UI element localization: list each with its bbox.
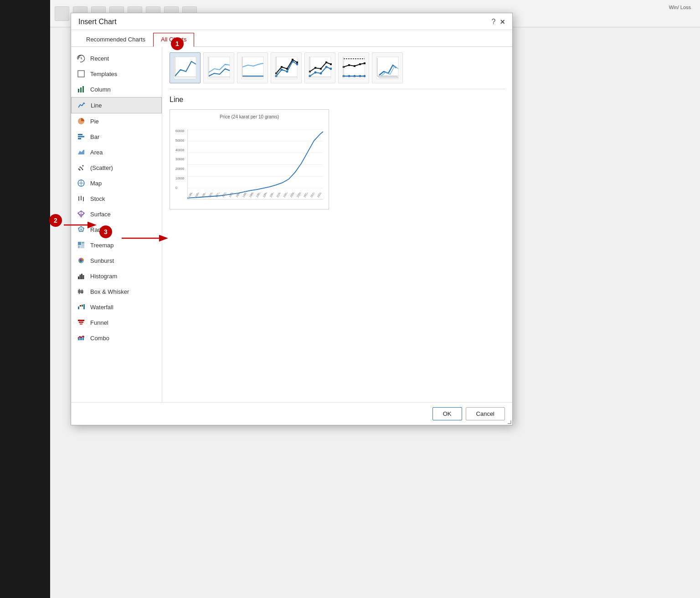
close-button[interactable]: × — [500, 18, 505, 26]
svg-rect-54 — [78, 307, 79, 309]
step-badge-2: 2 — [49, 214, 62, 227]
subtype-stacked-line[interactable] — [203, 52, 234, 83]
svg-rect-38 — [78, 242, 81, 245]
subtype-100-stacked-line[interactable] — [237, 52, 268, 83]
svg-text:1964: 1964 — [195, 193, 200, 198]
svg-marker-9 — [78, 150, 84, 154]
sidebar-label-templates: Templates — [90, 71, 117, 77]
svg-rect-94 — [314, 67, 316, 69]
sidebar-label-recent: Recent — [90, 55, 109, 62]
svg-rect-81 — [281, 66, 283, 68]
svg-point-90 — [320, 72, 322, 75]
svg-rect-47 — [83, 275, 84, 279]
sidebar-item-templates[interactable]: Templates — [71, 66, 162, 82]
insert-chart-dialog: Insert Chart ? × Recommended Charts All … — [71, 13, 513, 425]
svg-point-91 — [325, 66, 328, 68]
svg-text:1991: 1991 — [256, 193, 261, 198]
y-axis-labels: 60000 50000 40000 30000 20000 10000 0 — [175, 129, 184, 189]
svg-rect-8 — [78, 138, 81, 139]
column-icon — [77, 85, 86, 94]
sidebar-label-surface: Surface — [90, 211, 111, 218]
svg-text:1976: 1976 — [221, 193, 227, 198]
sidebar-label-area: Area — [90, 149, 103, 156]
sidebar-item-waterfall[interactable]: Waterfall — [71, 299, 162, 315]
sidebar-item-map[interactable]: Map — [71, 175, 162, 191]
sidebar-item-recent[interactable]: Recent — [71, 51, 162, 66]
svg-rect-114 — [376, 57, 398, 79]
chart-main-area: Line Price (24 karat per 10 grams) 60000… — [162, 47, 512, 402]
y-label-6: 60000 — [175, 129, 184, 133]
svg-point-76 — [281, 69, 283, 71]
sidebar-item-sunburst[interactable]: Sunburst — [71, 253, 162, 268]
ok-button[interactable]: OK — [432, 407, 462, 420]
win-loss-label: Win/ Loss — [669, 5, 691, 10]
sidebar-item-scatter[interactable]: (Scatter) — [71, 160, 162, 175]
sidebar-item-pie[interactable]: Pie — [71, 113, 162, 129]
svg-text:2021: 2021 — [323, 193, 323, 198]
svg-rect-95 — [320, 68, 322, 70]
chart-preview-title: Price (24 karat per 10 grams) — [175, 114, 324, 119]
arrow-3 — [115, 234, 174, 243]
resize-handle[interactable] — [507, 419, 512, 425]
svg-text:1973: 1973 — [215, 193, 220, 198]
subtype-stacked-line-markers[interactable] — [304, 52, 335, 83]
chart-preview-container: Price (24 karat per 10 grams) 60000 5000… — [170, 109, 329, 210]
svg-rect-7 — [78, 136, 84, 138]
pie-icon — [77, 117, 86, 126]
scatter-icon — [77, 163, 86, 172]
sidebar-item-funnel[interactable]: Funnel — [71, 315, 162, 330]
tab-recommended[interactable]: Recommended Charts — [78, 33, 153, 47]
svg-marker-115 — [377, 76, 398, 78]
y-label-0: 0 — [175, 186, 184, 189]
dialog-tabs: Recommended Charts All Charts — [71, 30, 512, 47]
svg-rect-111 — [364, 62, 365, 64]
svg-point-89 — [314, 72, 317, 74]
dialog-titlebar: Insert Chart ? × — [71, 13, 512, 30]
svg-rect-58 — [78, 320, 84, 321]
sidebar-label-pie: Pie — [90, 118, 99, 125]
sidebar-item-area[interactable]: Area — [71, 144, 162, 160]
svg-rect-82 — [286, 68, 288, 70]
sidebar-label-bar: Bar — [90, 133, 99, 140]
subtype-line[interactable] — [170, 52, 201, 83]
sidebar-item-histogram[interactable]: Histogram — [71, 268, 162, 284]
cancel-button[interactable]: Cancel — [466, 407, 505, 420]
sidebar-label-histogram: Histogram — [90, 273, 117, 280]
sidebar-item-column[interactable]: Column — [71, 82, 162, 97]
subtype-3d-line[interactable] — [372, 52, 403, 83]
dialog-footer: OK Cancel — [71, 402, 512, 425]
svg-text:1997: 1997 — [269, 193, 275, 198]
subtype-line-markers[interactable] — [271, 52, 302, 83]
sunburst-icon — [77, 256, 86, 265]
svg-text:1988: 1988 — [249, 193, 254, 198]
sidebar-label-boxwhisker: Box & Whisker — [90, 288, 129, 295]
sidebar-item-stock[interactable]: Stock — [71, 191, 162, 206]
sidebar-item-boxwhisker[interactable]: Box & Whisker — [71, 284, 162, 299]
svg-point-77 — [286, 71, 288, 73]
area-icon — [77, 148, 86, 157]
svg-text:2012: 2012 — [303, 193, 309, 198]
svg-rect-46 — [81, 274, 82, 279]
sidebar-label-stock: Stock — [90, 195, 105, 202]
chart-type-name: Line — [170, 96, 505, 104]
sidebar-item-bar[interactable]: Bar — [71, 129, 162, 144]
svg-text:1967: 1967 — [201, 193, 207, 198]
treemap-icon — [77, 240, 86, 250]
svg-text:1979: 1979 — [228, 193, 234, 198]
sidebar-item-surface[interactable]: Surface — [71, 206, 162, 222]
svg-rect-108 — [348, 64, 350, 66]
help-button[interactable]: ? — [492, 18, 496, 26]
y-label-5: 50000 — [175, 139, 184, 142]
svg-rect-45 — [80, 275, 81, 279]
bar-icon — [77, 132, 86, 141]
svg-rect-83 — [292, 59, 293, 61]
svg-rect-4 — [80, 87, 82, 92]
sidebar-label-map: Map — [90, 180, 102, 187]
svg-point-14 — [79, 169, 81, 171]
sidebar-item-line[interactable]: Line — [71, 97, 162, 113]
sidebar-item-combo[interactable]: Combo — [71, 330, 162, 346]
svg-text:2006: 2006 — [289, 193, 295, 198]
sidebar-label-column: Column — [90, 86, 111, 93]
svg-rect-3 — [78, 89, 79, 92]
subtype-100-stacked-line-markers[interactable] — [338, 52, 369, 83]
